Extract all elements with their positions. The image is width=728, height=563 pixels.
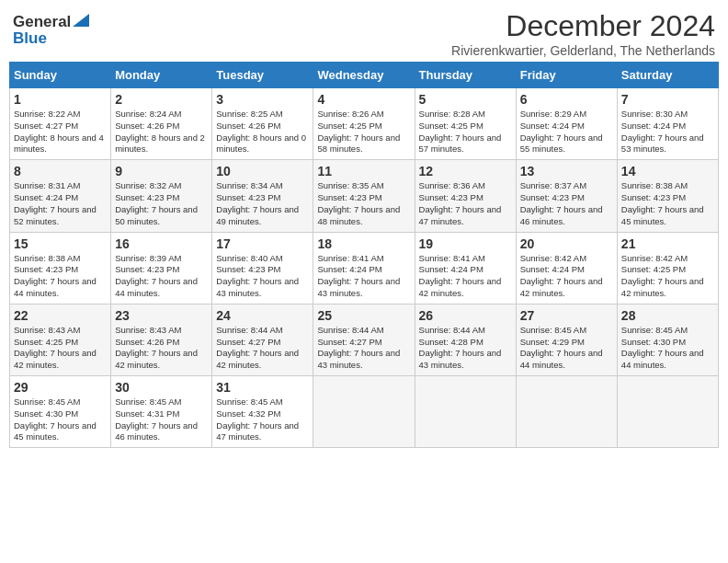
day-number: 31: [216, 380, 309, 395]
calendar-cell: 28Sunrise: 8:45 AMSunset: 4:30 PMDayligh…: [617, 304, 718, 375]
day-number: 11: [317, 164, 410, 178]
day-number: 4: [317, 92, 410, 107]
weekday-header-row: SundayMondayTuesdayWednesdayThursdayFrid…: [10, 63, 719, 88]
cell-sun-info: Sunrise: 8:34 AMSunset: 4:23 PMDaylight:…: [216, 180, 309, 227]
day-number: 10: [216, 164, 309, 178]
day-number: 2: [115, 92, 208, 107]
cell-sun-info: Sunrise: 8:26 AMSunset: 4:25 PMDaylight:…: [317, 109, 410, 155]
month-title: December 2024: [451, 9, 715, 43]
day-number: 16: [115, 236, 208, 251]
calendar-cell: 1Sunrise: 8:22 AMSunset: 4:27 PMDaylight…: [10, 88, 111, 160]
day-number: 29: [14, 380, 107, 395]
day-number: 25: [317, 308, 410, 323]
day-number: 5: [419, 92, 512, 107]
cell-sun-info: Sunrise: 8:32 AMSunset: 4:23 PMDaylight:…: [115, 180, 208, 227]
calendar-cell: 29Sunrise: 8:45 AMSunset: 4:30 PMDayligh…: [10, 376, 111, 448]
day-number: 27: [520, 308, 613, 323]
svg-marker-0: [73, 14, 89, 27]
cell-sun-info: Sunrise: 8:45 AMSunset: 4:30 PMDaylight:…: [14, 396, 107, 443]
calendar-table: SundayMondayTuesdayWednesdayThursdayFrid…: [9, 62, 719, 448]
calendar-cell: 24Sunrise: 8:44 AMSunset: 4:27 PMDayligh…: [212, 304, 313, 375]
page-header: General Blue December 2024 Rivierenkwart…: [9, 9, 719, 58]
calendar-cell: [516, 376, 617, 448]
cell-sun-info: Sunrise: 8:40 AMSunset: 4:23 PMDaylight:…: [216, 253, 309, 300]
calendar-cell: 22Sunrise: 8:43 AMSunset: 4:25 PMDayligh…: [10, 304, 111, 375]
calendar-week-row: 1Sunrise: 8:22 AMSunset: 4:27 PMDaylight…: [10, 88, 719, 160]
day-number: 7: [621, 92, 714, 107]
calendar-cell: 27Sunrise: 8:45 AMSunset: 4:29 PMDayligh…: [516, 304, 617, 375]
calendar-week-row: 29Sunrise: 8:45 AMSunset: 4:30 PMDayligh…: [10, 376, 719, 448]
day-number: 13: [520, 164, 613, 178]
cell-sun-info: Sunrise: 8:45 AMSunset: 4:29 PMDaylight:…: [520, 325, 613, 372]
day-number: 24: [216, 308, 309, 323]
logo-text: General: [13, 13, 71, 31]
calendar-week-row: 15Sunrise: 8:38 AMSunset: 4:23 PMDayligh…: [10, 232, 719, 304]
cell-sun-info: Sunrise: 8:30 AMSunset: 4:24 PMDaylight:…: [621, 109, 714, 155]
cell-sun-info: Sunrise: 8:43 AMSunset: 4:25 PMDaylight:…: [14, 325, 107, 372]
calendar-cell: 15Sunrise: 8:38 AMSunset: 4:23 PMDayligh…: [10, 232, 111, 304]
day-number: 6: [520, 92, 613, 107]
cell-sun-info: Sunrise: 8:45 AMSunset: 4:30 PMDaylight:…: [621, 325, 714, 372]
day-number: 19: [419, 236, 512, 251]
title-block: December 2024 Rivierenkwartier, Gelderla…: [451, 9, 715, 58]
day-number: 23: [115, 308, 208, 323]
calendar-week-row: 8Sunrise: 8:31 AMSunset: 4:24 PMDaylight…: [10, 160, 719, 232]
weekday-header: Sunday: [10, 63, 111, 88]
day-number: 17: [216, 236, 309, 251]
day-number: 8: [14, 164, 107, 178]
cell-sun-info: Sunrise: 8:35 AMSunset: 4:23 PMDaylight:…: [317, 180, 410, 227]
logo-icon: [73, 14, 89, 27]
calendar-cell: 25Sunrise: 8:44 AMSunset: 4:27 PMDayligh…: [313, 304, 415, 375]
calendar-cell: [313, 376, 415, 448]
calendar-cell: 6Sunrise: 8:29 AMSunset: 4:24 PMDaylight…: [516, 88, 617, 160]
cell-sun-info: Sunrise: 8:44 AMSunset: 4:27 PMDaylight:…: [317, 325, 410, 372]
weekday-header: Monday: [111, 63, 212, 88]
day-number: 9: [115, 164, 208, 178]
calendar-cell: 3Sunrise: 8:25 AMSunset: 4:26 PMDaylight…: [212, 88, 313, 160]
location-subtitle: Rivierenkwartier, Gelderland, The Nether…: [451, 43, 715, 58]
day-number: 30: [115, 380, 208, 395]
weekday-header: Saturday: [617, 63, 718, 88]
cell-sun-info: Sunrise: 8:42 AMSunset: 4:24 PMDaylight:…: [520, 253, 613, 300]
calendar-cell: 31Sunrise: 8:45 AMSunset: 4:32 PMDayligh…: [212, 376, 313, 448]
cell-sun-info: Sunrise: 8:41 AMSunset: 4:24 PMDaylight:…: [419, 253, 512, 300]
cell-sun-info: Sunrise: 8:25 AMSunset: 4:26 PMDaylight:…: [216, 109, 309, 155]
day-number: 3: [216, 92, 309, 107]
calendar-week-row: 22Sunrise: 8:43 AMSunset: 4:25 PMDayligh…: [10, 304, 719, 375]
day-number: 18: [317, 236, 410, 251]
cell-sun-info: Sunrise: 8:24 AMSunset: 4:26 PMDaylight:…: [115, 109, 208, 155]
calendar-cell: 12Sunrise: 8:36 AMSunset: 4:23 PMDayligh…: [415, 160, 516, 232]
calendar-cell: 16Sunrise: 8:39 AMSunset: 4:23 PMDayligh…: [111, 232, 212, 304]
day-number: 21: [621, 236, 714, 251]
calendar-cell: 17Sunrise: 8:40 AMSunset: 4:23 PMDayligh…: [212, 232, 313, 304]
calendar-cell: 7Sunrise: 8:30 AMSunset: 4:24 PMDaylight…: [617, 88, 718, 160]
day-number: 12: [419, 164, 512, 178]
day-number: 28: [621, 308, 714, 323]
calendar-cell: 11Sunrise: 8:35 AMSunset: 4:23 PMDayligh…: [313, 160, 415, 232]
cell-sun-info: Sunrise: 8:42 AMSunset: 4:25 PMDaylight:…: [621, 253, 714, 300]
weekday-header: Friday: [516, 63, 617, 88]
weekday-header: Tuesday: [212, 63, 313, 88]
calendar-cell: 30Sunrise: 8:45 AMSunset: 4:31 PMDayligh…: [111, 376, 212, 448]
cell-sun-info: Sunrise: 8:37 AMSunset: 4:23 PMDaylight:…: [520, 180, 613, 227]
calendar-cell: 8Sunrise: 8:31 AMSunset: 4:24 PMDaylight…: [10, 160, 111, 232]
weekday-header: Wednesday: [313, 63, 415, 88]
day-number: 15: [14, 236, 107, 251]
logo-blue-text: Blue: [13, 29, 47, 48]
calendar-cell: 4Sunrise: 8:26 AMSunset: 4:25 PMDaylight…: [313, 88, 415, 160]
cell-sun-info: Sunrise: 8:41 AMSunset: 4:24 PMDaylight:…: [317, 253, 410, 300]
calendar-cell: 10Sunrise: 8:34 AMSunset: 4:23 PMDayligh…: [212, 160, 313, 232]
cell-sun-info: Sunrise: 8:38 AMSunset: 4:23 PMDaylight:…: [14, 253, 107, 300]
calendar-cell: 13Sunrise: 8:37 AMSunset: 4:23 PMDayligh…: [516, 160, 617, 232]
calendar-cell: [415, 376, 516, 448]
calendar-cell: 5Sunrise: 8:28 AMSunset: 4:25 PMDaylight…: [415, 88, 516, 160]
calendar-cell: 9Sunrise: 8:32 AMSunset: 4:23 PMDaylight…: [111, 160, 212, 232]
day-number: 14: [621, 164, 714, 178]
cell-sun-info: Sunrise: 8:38 AMSunset: 4:23 PMDaylight:…: [621, 180, 714, 227]
day-number: 26: [419, 308, 512, 323]
calendar-cell: 20Sunrise: 8:42 AMSunset: 4:24 PMDayligh…: [516, 232, 617, 304]
day-number: 1: [14, 92, 107, 107]
weekday-header: Thursday: [415, 63, 516, 88]
day-number: 22: [14, 308, 107, 323]
cell-sun-info: Sunrise: 8:36 AMSunset: 4:23 PMDaylight:…: [419, 180, 512, 227]
